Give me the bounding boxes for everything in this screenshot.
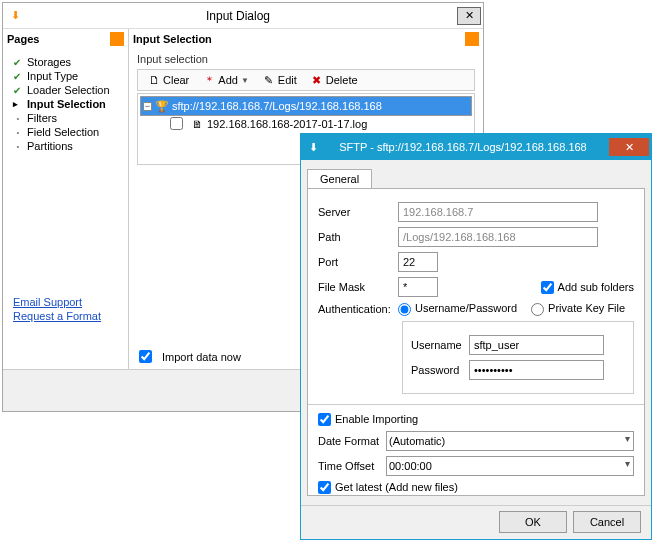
page-item-loader-selection[interactable]: ✔Loader Selection xyxy=(13,83,118,97)
username-label: Username xyxy=(411,339,469,351)
separator xyxy=(308,404,644,405)
auth-userpw-option[interactable]: Username/Password xyxy=(398,302,517,316)
edit-button[interactable]: ✎Edit xyxy=(257,72,303,88)
general-panel: Server Path Port File Mask Add sub folde… xyxy=(307,188,645,496)
accent-square-icon xyxy=(465,32,479,46)
auth-private-key-option[interactable]: Private Key File xyxy=(531,302,625,316)
page-item-partitions[interactable]: •Partitions xyxy=(13,139,118,153)
sftp-dialog-buttons: OK Cancel xyxy=(301,505,651,537)
sftp-dialog-window: ⬇ SFTP - sftp://192.168.168.7/Logs/192.1… xyxy=(300,133,652,540)
time-offset-select[interactable] xyxy=(386,456,634,476)
pages-header-label: Pages xyxy=(7,33,39,45)
time-offset-label: Time Offset xyxy=(318,460,386,472)
collapse-icon[interactable]: − xyxy=(143,102,152,111)
port-label: Port xyxy=(318,256,398,268)
import-data-checkbox[interactable] xyxy=(139,350,152,363)
cancel-button[interactable]: Cancel xyxy=(573,511,641,533)
check-icon: ✔ xyxy=(13,71,23,82)
support-links: Email Support Request a Format xyxy=(3,289,128,329)
bullet-icon: • xyxy=(13,128,23,137)
close-button[interactable]: ✕ xyxy=(609,138,649,156)
bullet-icon: • xyxy=(13,142,23,151)
email-support-link[interactable]: Email Support xyxy=(13,295,118,309)
ok-button[interactable]: OK xyxy=(499,511,567,533)
password-field[interactable] xyxy=(469,360,604,380)
clear-button[interactable]: 🗋Clear xyxy=(142,72,195,88)
sftp-title: SFTP - sftp://192.168.168.7/Logs/192.168… xyxy=(319,141,607,153)
date-format-select[interactable] xyxy=(386,431,634,451)
delete-button[interactable]: ✖Delete xyxy=(305,72,364,88)
accent-square-icon xyxy=(110,32,124,46)
sftp-titlebar[interactable]: ⬇ SFTP - sftp://192.168.168.7/Logs/192.1… xyxy=(301,134,651,160)
page-item-input-selection[interactable]: ▸Input Selection xyxy=(13,97,118,111)
filemask-label: File Mask xyxy=(318,281,398,293)
add-subfolders-label: Add sub folders xyxy=(558,281,634,293)
selection-header-label: Input Selection xyxy=(133,33,212,45)
chevron-right-icon: ▸ xyxy=(13,99,23,109)
tree-item-checkbox[interactable] xyxy=(170,117,183,130)
selection-toolbar: 🗋Clear ＊Add▼ ✎Edit ✖Delete xyxy=(137,69,475,91)
tab-strip: General xyxy=(307,166,645,188)
request-format-link[interactable]: Request a Format xyxy=(13,309,118,323)
auth-private-key-radio[interactable] xyxy=(531,303,544,316)
port-field[interactable] xyxy=(398,252,438,272)
down-arrow-icon: ⬇ xyxy=(9,10,21,22)
check-icon: ✔ xyxy=(13,57,23,68)
log-file-icon: 🗎 xyxy=(191,118,203,130)
input-dialog-titlebar[interactable]: ⬇ Input Dialog ✕ xyxy=(3,3,483,29)
tab-general[interactable]: General xyxy=(307,169,372,188)
import-data-label: Import data now xyxy=(162,351,241,363)
server-field[interactable] xyxy=(398,202,598,222)
selection-header: Input Selection xyxy=(129,29,483,49)
chevron-down-icon: ▼ xyxy=(241,76,249,85)
down-arrow-icon: ⬇ xyxy=(307,141,319,153)
password-label: Password xyxy=(411,364,469,376)
check-icon: ✔ xyxy=(13,85,23,96)
tree-child-item[interactable]: 🗎 192.168.168.168-2017-01-17.log xyxy=(140,116,472,131)
add-icon: ＊ xyxy=(203,74,215,86)
get-latest-label: Get latest (Add new files) xyxy=(335,481,458,493)
close-button[interactable]: ✕ xyxy=(457,7,481,25)
credentials-group: Username Password xyxy=(402,321,634,394)
bullet-icon: • xyxy=(13,114,23,123)
enable-importing-label: Enable Importing xyxy=(335,413,418,425)
get-latest-checkbox[interactable] xyxy=(318,481,331,494)
username-field[interactable] xyxy=(469,335,604,355)
new-file-icon: 🗋 xyxy=(148,74,160,86)
pages-list: ✔Storages ✔Input Type ✔Loader Selection … xyxy=(3,49,128,159)
edit-icon: ✎ xyxy=(263,74,275,86)
enable-importing-checkbox[interactable] xyxy=(318,413,331,426)
page-item-storages[interactable]: ✔Storages xyxy=(13,55,118,69)
add-button[interactable]: ＊Add▼ xyxy=(197,72,255,88)
selection-subheading: Input selection xyxy=(129,49,483,69)
filemask-field[interactable] xyxy=(398,277,438,297)
page-item-input-type[interactable]: ✔Input Type xyxy=(13,69,118,83)
server-label: Server xyxy=(318,206,398,218)
pages-header: Pages xyxy=(3,29,128,49)
auth-userpw-radio[interactable] xyxy=(398,303,411,316)
delete-icon: ✖ xyxy=(311,74,323,86)
page-item-field-selection[interactable]: •Field Selection xyxy=(13,125,118,139)
path-field[interactable] xyxy=(398,227,598,247)
path-label: Path xyxy=(318,231,398,243)
tree-root-item[interactable]: − 🏆 sftp://192.168.168.7/Logs/192.168.16… xyxy=(140,96,472,116)
date-format-label: Date Format xyxy=(318,435,386,447)
page-item-filters[interactable]: •Filters xyxy=(13,111,118,125)
auth-label: Authentication: xyxy=(318,303,398,315)
sftp-icon: 🏆 xyxy=(156,100,168,112)
input-dialog-title: Input Dialog xyxy=(21,9,455,23)
add-subfolders-checkbox[interactable] xyxy=(541,281,554,294)
